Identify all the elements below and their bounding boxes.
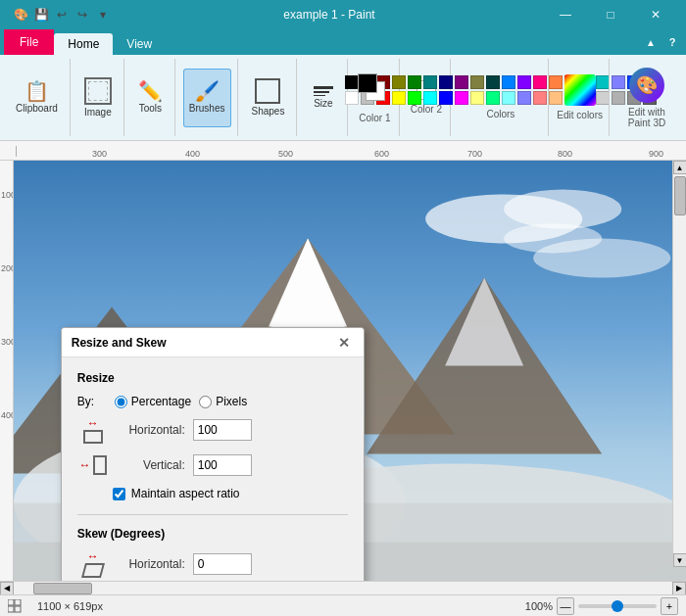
pixels-radio-input[interactable] <box>199 396 212 408</box>
redo-btn[interactable]: ↪ <box>74 6 91 24</box>
swatch-green[interactable] <box>408 75 421 89</box>
dimensions-text: 1100 × 619px <box>37 600 103 612</box>
qa-more-btn[interactable]: ▾ <box>94 6 112 24</box>
brushes-label: Brushes <box>189 103 225 114</box>
zoom-slider[interactable] <box>578 604 657 608</box>
vertical-resize-input[interactable] <box>193 454 252 476</box>
zoom-in-btn[interactable]: + <box>661 597 678 615</box>
tab-file[interactable]: File <box>4 29 54 55</box>
maximize-btn[interactable]: □ <box>588 0 633 29</box>
aspect-ratio-row: Maintain aspect ratio <box>113 487 348 500</box>
canvas-bg[interactable]: Resize and Skew ✕ Resize By: Percentage <box>14 161 686 581</box>
size-label: Size <box>314 98 332 109</box>
ribbon-group-editcolors: Edit colors <box>551 59 610 136</box>
swatch-darkyellow[interactable] <box>470 75 484 89</box>
ruler-v-400: 400 <box>1 410 14 420</box>
zoom-out-btn[interactable]: — <box>557 597 574 615</box>
paste-icon: 📋 <box>24 81 49 101</box>
status-bar: 1100 × 619px 100% — + <box>0 594 686 616</box>
swatch-white[interactable] <box>345 91 359 105</box>
tools-btn[interactable]: ✏️ Tools <box>132 69 169 127</box>
pixels-radio[interactable]: Pixels <box>199 395 247 408</box>
swatch-rose[interactable] <box>533 75 547 89</box>
swatch-blue2[interactable] <box>439 91 453 105</box>
dialog-body: Resize By: Percentage Pixels <box>62 357 364 581</box>
vertical-ruler: 100 200 300 400 <box>0 161 14 581</box>
swatch-lightyellow[interactable] <box>470 91 484 105</box>
resize-v-icon: ↕ <box>77 451 109 479</box>
ruler-mark-300: 300 <box>92 149 107 159</box>
dialog-close-btn[interactable]: ✕ <box>334 333 354 353</box>
tab-view[interactable]: View <box>113 33 166 55</box>
paste-label: Clipboard <box>16 103 58 114</box>
swatch-lime[interactable] <box>408 91 421 105</box>
swatch-periwinkle[interactable] <box>517 91 531 105</box>
ribbon-group-brushes: 🖌️ Brushes <box>177 59 238 136</box>
dialog-titlebar: Resize and Skew ✕ <box>62 328 364 357</box>
colors-label: Colors <box>345 109 657 119</box>
brushes-btn[interactable]: 🖌️ Brushes <box>183 69 231 127</box>
grid-icon <box>8 599 22 613</box>
swatch-yellow[interactable] <box>392 91 406 105</box>
paste-btn[interactable]: 📋 Clipboard <box>10 69 64 127</box>
ruler-v-100: 100 <box>1 190 14 200</box>
image-btn[interactable]: Image <box>78 69 118 127</box>
color-row-1 <box>345 75 657 89</box>
percentage-radio[interactable]: Percentage <box>115 395 191 408</box>
scroll-h-track[interactable] <box>14 582 672 594</box>
horizontal-skew-input[interactable] <box>193 553 252 575</box>
brushes-buttons: 🖌️ Brushes <box>183 59 231 136</box>
horizontal-resize-input[interactable] <box>193 419 252 441</box>
ruler-v-200: 200 <box>1 263 14 273</box>
swatch-aqua[interactable] <box>423 91 437 105</box>
by-row: By: Percentage Pixels <box>77 395 348 408</box>
horizontal-resize-label: Horizontal: <box>117 423 185 437</box>
scroll-right-btn[interactable]: ▶ <box>672 582 686 595</box>
ribbon-collapse-btn[interactable]: ▲ <box>641 32 661 52</box>
percentage-label: Percentage <box>131 395 191 408</box>
status-grid-icon <box>8 599 22 613</box>
swatch-darkteal[interactable] <box>486 75 500 89</box>
scroll-left-btn[interactable]: ◀ <box>0 582 14 595</box>
swatch-salmon[interactable] <box>533 91 547 105</box>
skew-section-title: Skew (Degrees) <box>77 527 348 541</box>
by-label: By: <box>77 395 107 408</box>
resize-section-title: Resize <box>77 371 348 385</box>
close-btn[interactable]: ✕ <box>633 0 678 29</box>
ribbon-content: 📋 Clipboard Image ✏️ Tools <box>0 55 686 141</box>
swatch-teal[interactable] <box>423 75 437 89</box>
swatch-violet[interactable] <box>517 75 531 89</box>
app-icon: 🎨 <box>12 6 29 24</box>
shapes-btn[interactable]: Shapes <box>246 69 291 127</box>
svg-rect-17 <box>8 606 14 612</box>
brushes-icon: 🖌️ <box>195 81 220 101</box>
quick-access-toolbar: 🎨 💾 ↩ ↪ ▾ <box>8 6 116 24</box>
window-title: example 1 - Paint <box>122 8 537 22</box>
zoom-thumb[interactable] <box>612 600 623 612</box>
aspect-ratio-checkbox[interactable] <box>113 488 125 500</box>
swatch-magenta[interactable] <box>455 91 468 105</box>
size-buttons: Size <box>306 59 341 136</box>
tab-home[interactable]: Home <box>54 33 113 55</box>
skew-h-icon: ↔ <box>77 550 109 578</box>
dialog-title: Resize and Skew <box>72 336 167 350</box>
swatch-lightcyan[interactable] <box>502 91 515 105</box>
ruler-mark-400: 400 <box>185 149 200 159</box>
swatch-blue[interactable] <box>502 75 515 89</box>
swatch-navy[interactable] <box>439 75 453 89</box>
swatch-olive[interactable] <box>392 75 406 89</box>
help-btn[interactable]: ? <box>662 32 682 52</box>
size-btn[interactable]: Size <box>306 69 341 127</box>
swatch-mint[interactable] <box>486 91 500 105</box>
minimize-btn[interactable]: — <box>543 0 588 29</box>
scroll-h-thumb[interactable] <box>33 583 92 594</box>
color-selector[interactable] <box>358 73 391 107</box>
vertical-resize-row: ↕ Vertical: <box>77 451 348 479</box>
undo-btn[interactable]: ↩ <box>53 6 71 24</box>
swatch-purple[interactable] <box>455 75 468 89</box>
percentage-radio-input[interactable] <box>115 396 127 408</box>
dimensions-area: 1100 × 619px <box>37 600 103 612</box>
paint3d-label: Edit with Paint 3D <box>617 107 676 128</box>
save-btn[interactable]: 💾 <box>32 6 50 24</box>
swatch-black[interactable] <box>345 75 359 89</box>
